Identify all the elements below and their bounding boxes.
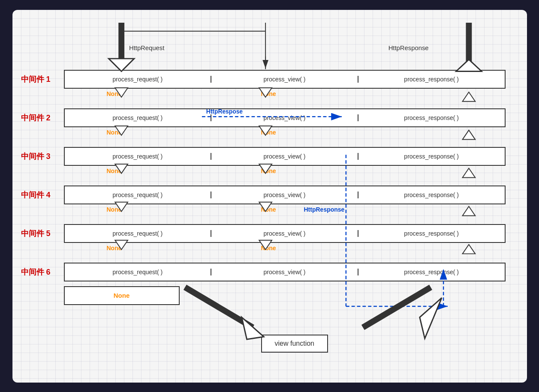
diagram: 中间件 1 process_request( ) process_view( )… (21, 18, 518, 374)
middleware-row-2: process_request( ) process_view( ) proce… (64, 108, 506, 127)
row2-process-view: process_view( ) (211, 114, 358, 121)
none-4-mid: None (261, 206, 276, 213)
view-function-box: view function (261, 335, 328, 353)
none-1-mid: None (261, 90, 276, 97)
none-5-left: None (107, 245, 122, 251)
row5-process-view: process_view( ) (211, 230, 358, 237)
row6-process-view: process_view( ) (211, 269, 358, 275)
diagram-container: 中间件 1 process_request( ) process_view( )… (12, 10, 527, 383)
row4-process-request: process_request( ) (65, 192, 212, 198)
row3-process-view: process_view( ) (211, 153, 358, 160)
none-3-left: None (107, 168, 122, 174)
none-3-mid: None (261, 168, 276, 174)
middleware-row-4: process_request( ) process_view( ) proce… (64, 186, 506, 204)
row5-process-request: process_request( ) (65, 230, 212, 237)
none-box-label: None (114, 292, 130, 299)
svg-marker-25 (462, 244, 475, 254)
none-5-mid: None (261, 245, 276, 251)
svg-marker-35 (241, 317, 263, 339)
middleware-label-6: 中间件 6 (21, 263, 51, 281)
none-2-mid: None (261, 129, 276, 136)
svg-marker-29 (462, 92, 475, 101)
row4-process-response: process_response( ) (358, 192, 505, 198)
row3-process-request: process_request( ) (65, 153, 212, 160)
svg-text:HttpRequest: HttpRequest (129, 45, 164, 51)
middleware-label-1: 中间件 1 (21, 70, 51, 89)
svg-line-36 (363, 287, 431, 327)
svg-marker-27 (462, 168, 475, 177)
svg-marker-26 (462, 206, 475, 215)
row4-process-view: process_view( ) (211, 192, 358, 198)
middleware-label-3: 中间件 3 (21, 147, 51, 166)
row6-process-response: process_response( ) (358, 269, 505, 275)
middleware-row-1: process_request( ) process_view( ) proce… (64, 70, 506, 89)
none-2-left: None (107, 129, 122, 136)
middleware-row-6: process_request( ) process_view( ) proce… (64, 263, 506, 281)
row5-process-response: process_response( ) (358, 230, 505, 237)
row1-process-response: process_response( ) (358, 76, 505, 83)
middleware-label-5: 中间件 5 (21, 224, 51, 243)
row2-process-request: process_request( ) (65, 114, 212, 121)
row1-process-view: process_view( ) (211, 76, 358, 83)
middleware-label-2: 中间件 2 (21, 108, 51, 127)
none-4-left: None (107, 206, 122, 213)
row3-process-response: process_response( ) (358, 153, 505, 160)
middleware-row-5: process_request( ) process_view( ) proce… (64, 224, 506, 243)
row6-process-request: process_request( ) (65, 269, 212, 275)
http-response-label-mid: HttpResponse (304, 206, 345, 213)
svg-marker-28 (462, 130, 475, 139)
middleware-label-4: 中间件 4 (21, 186, 51, 204)
row1-process-request: process_request( ) (65, 76, 212, 83)
middleware-row-3: process_request( ) process_view( ) proce… (64, 147, 506, 166)
none-box-bottom: None (64, 286, 180, 305)
svg-line-34 (185, 287, 253, 327)
svg-text:HttpResponse: HttpResponse (388, 45, 428, 51)
svg-marker-37 (419, 298, 441, 338)
none-1-left: None (107, 90, 122, 97)
row2-process-response: process_response( ) (358, 114, 505, 121)
